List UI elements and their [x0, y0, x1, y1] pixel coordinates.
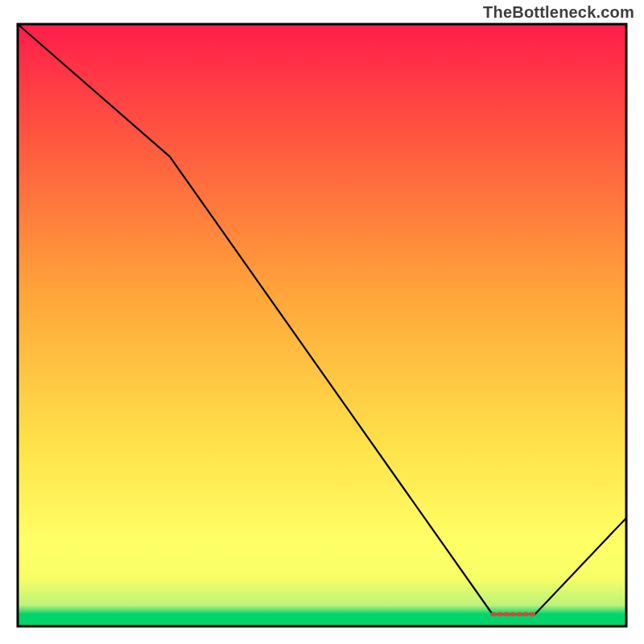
plot-background — [18, 24, 626, 626]
chart-canvas: TheBottleneck.com — [0, 0, 644, 644]
chart-svg — [0, 0, 644, 644]
